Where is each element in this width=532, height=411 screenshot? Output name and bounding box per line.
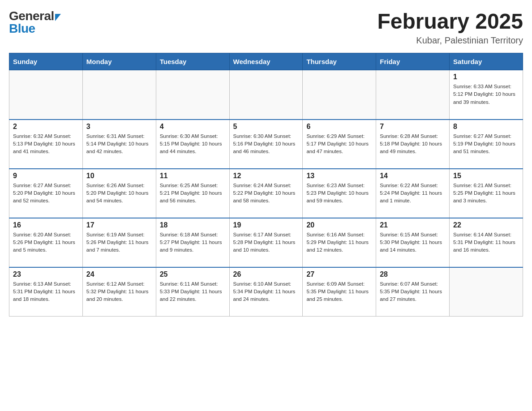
day-number: 9 <box>13 172 79 180</box>
calendar-cell: 8Sunrise: 6:27 AM Sunset: 5:19 PM Daylig… <box>450 120 523 169</box>
calendar-week-row: 16Sunrise: 6:20 AM Sunset: 5:26 PM Dayli… <box>9 218 523 267</box>
calendar-cell: 21Sunrise: 6:15 AM Sunset: 5:30 PM Dayli… <box>376 218 450 267</box>
day-info: Sunrise: 6:24 AM Sunset: 5:22 PM Dayligh… <box>233 182 299 205</box>
day-number: 27 <box>306 270 372 278</box>
calendar-cell: 14Sunrise: 6:22 AM Sunset: 5:24 PM Dayli… <box>376 169 450 218</box>
calendar-cell <box>303 70 376 120</box>
calendar-cell <box>450 267 523 317</box>
calendar-cell: 2Sunrise: 6:32 AM Sunset: 5:13 PM Daylig… <box>9 120 83 169</box>
calendar-cell: 22Sunrise: 6:14 AM Sunset: 5:31 PM Dayli… <box>450 218 523 267</box>
logo-triangle-icon <box>55 14 61 21</box>
calendar-cell: 4Sunrise: 6:30 AM Sunset: 5:15 PM Daylig… <box>156 120 229 169</box>
logo: General Blue <box>9 9 61 36</box>
day-number: 20 <box>306 221 372 229</box>
day-info: Sunrise: 6:20 AM Sunset: 5:26 PM Dayligh… <box>13 231 79 254</box>
calendar-cell: 24Sunrise: 6:12 AM Sunset: 5:32 PM Dayli… <box>82 267 156 317</box>
weekday-header-wednesday: Wednesday <box>229 53 303 70</box>
weekday-header-friday: Friday <box>376 53 450 70</box>
calendar-cell: 27Sunrise: 6:09 AM Sunset: 5:35 PM Dayli… <box>303 267 376 317</box>
day-number: 17 <box>86 221 152 229</box>
calendar-week-row: 9Sunrise: 6:27 AM Sunset: 5:20 PM Daylig… <box>9 169 523 218</box>
day-info: Sunrise: 6:27 AM Sunset: 5:19 PM Dayligh… <box>453 133 519 156</box>
day-number: 26 <box>233 270 299 278</box>
calendar-cell: 19Sunrise: 6:17 AM Sunset: 5:28 PM Dayli… <box>229 218 303 267</box>
day-info: Sunrise: 6:29 AM Sunset: 5:17 PM Dayligh… <box>306 133 372 156</box>
day-number: 11 <box>160 172 226 180</box>
calendar-week-row: 1Sunrise: 6:33 AM Sunset: 5:12 PM Daylig… <box>9 70 523 120</box>
day-info: Sunrise: 6:25 AM Sunset: 5:21 PM Dayligh… <box>160 182 226 205</box>
day-info: Sunrise: 6:23 AM Sunset: 5:23 PM Dayligh… <box>306 182 372 205</box>
day-number: 16 <box>13 221 79 229</box>
logo-blue-text: Blue <box>9 21 35 36</box>
day-number: 14 <box>380 172 446 180</box>
calendar-cell: 12Sunrise: 6:24 AM Sunset: 5:22 PM Dayli… <box>229 169 303 218</box>
page-header: General Blue February 2025 Kubar, Palest… <box>9 9 523 46</box>
calendar-cell: 15Sunrise: 6:21 AM Sunset: 5:25 PM Dayli… <box>450 169 523 218</box>
weekday-header-sunday: Sunday <box>9 53 83 70</box>
calendar-cell <box>156 70 229 120</box>
day-info: Sunrise: 6:10 AM Sunset: 5:34 PM Dayligh… <box>233 280 299 304</box>
calendar-week-row: 2Sunrise: 6:32 AM Sunset: 5:13 PM Daylig… <box>9 120 523 169</box>
day-number: 23 <box>13 270 79 278</box>
day-number: 25 <box>160 270 226 278</box>
calendar-cell: 6Sunrise: 6:29 AM Sunset: 5:17 PM Daylig… <box>303 120 376 169</box>
calendar-week-row: 23Sunrise: 6:13 AM Sunset: 5:31 PM Dayli… <box>9 267 523 317</box>
calendar-cell <box>82 70 156 120</box>
calendar-cell: 28Sunrise: 6:07 AM Sunset: 5:35 PM Dayli… <box>376 267 450 317</box>
day-info: Sunrise: 6:22 AM Sunset: 5:24 PM Dayligh… <box>380 182 446 205</box>
calendar-cell: 7Sunrise: 6:28 AM Sunset: 5:18 PM Daylig… <box>376 120 450 169</box>
weekday-header-thursday: Thursday <box>303 53 376 70</box>
day-info: Sunrise: 6:15 AM Sunset: 5:30 PM Dayligh… <box>380 231 446 254</box>
day-info: Sunrise: 6:21 AM Sunset: 5:25 PM Dayligh… <box>453 182 519 205</box>
day-number: 3 <box>86 123 152 131</box>
day-number: 22 <box>453 221 519 229</box>
calendar-cell: 9Sunrise: 6:27 AM Sunset: 5:20 PM Daylig… <box>9 169 83 218</box>
weekday-header-saturday: Saturday <box>450 53 523 70</box>
day-info: Sunrise: 6:26 AM Sunset: 5:20 PM Dayligh… <box>86 182 152 205</box>
day-number: 24 <box>86 270 152 278</box>
day-number: 19 <box>233 221 299 229</box>
day-info: Sunrise: 6:19 AM Sunset: 5:26 PM Dayligh… <box>86 231 152 254</box>
calendar-cell: 13Sunrise: 6:23 AM Sunset: 5:23 PM Dayli… <box>303 169 376 218</box>
day-info: Sunrise: 6:09 AM Sunset: 5:35 PM Dayligh… <box>306 280 372 304</box>
calendar-cell: 3Sunrise: 6:31 AM Sunset: 5:14 PM Daylig… <box>82 120 156 169</box>
day-info: Sunrise: 6:07 AM Sunset: 5:35 PM Dayligh… <box>380 280 446 304</box>
title-section: February 2025 Kubar, Palestinian Territo… <box>377 9 523 46</box>
day-number: 6 <box>306 123 372 131</box>
day-number: 12 <box>233 172 299 180</box>
day-info: Sunrise: 6:16 AM Sunset: 5:29 PM Dayligh… <box>306 231 372 254</box>
day-info: Sunrise: 6:12 AM Sunset: 5:32 PM Dayligh… <box>86 280 152 304</box>
day-number: 15 <box>453 172 519 180</box>
calendar-cell: 1Sunrise: 6:33 AM Sunset: 5:12 PM Daylig… <box>450 70 523 120</box>
calendar-cell: 11Sunrise: 6:25 AM Sunset: 5:21 PM Dayli… <box>156 169 229 218</box>
day-info: Sunrise: 6:17 AM Sunset: 5:28 PM Dayligh… <box>233 231 299 254</box>
day-info: Sunrise: 6:11 AM Sunset: 5:33 PM Dayligh… <box>160 280 226 304</box>
calendar-cell: 5Sunrise: 6:30 AM Sunset: 5:16 PM Daylig… <box>229 120 303 169</box>
day-number: 5 <box>233 123 299 131</box>
day-number: 18 <box>160 221 226 229</box>
day-number: 13 <box>306 172 372 180</box>
day-number: 8 <box>453 123 519 131</box>
calendar-subtitle: Kubar, Palestinian Territory <box>377 35 523 46</box>
day-number: 4 <box>160 123 226 131</box>
weekday-header-tuesday: Tuesday <box>156 53 229 70</box>
day-number: 28 <box>380 270 446 278</box>
day-number: 1 <box>453 73 519 81</box>
calendar-cell <box>9 70 83 120</box>
day-info: Sunrise: 6:27 AM Sunset: 5:20 PM Dayligh… <box>13 182 79 205</box>
day-info: Sunrise: 6:18 AM Sunset: 5:27 PM Dayligh… <box>160 231 226 254</box>
weekday-header-row: SundayMondayTuesdayWednesdayThursdayFrid… <box>9 53 523 70</box>
day-info: Sunrise: 6:33 AM Sunset: 5:12 PM Dayligh… <box>453 83 519 106</box>
day-info: Sunrise: 6:28 AM Sunset: 5:18 PM Dayligh… <box>380 133 446 156</box>
calendar-cell: 16Sunrise: 6:20 AM Sunset: 5:26 PM Dayli… <box>9 218 83 267</box>
calendar-cell: 10Sunrise: 6:26 AM Sunset: 5:20 PM Dayli… <box>82 169 156 218</box>
day-number: 10 <box>86 172 152 180</box>
calendar-cell: 18Sunrise: 6:18 AM Sunset: 5:27 PM Dayli… <box>156 218 229 267</box>
calendar-cell: 20Sunrise: 6:16 AM Sunset: 5:29 PM Dayli… <box>303 218 376 267</box>
calendar-title: February 2025 <box>377 9 523 34</box>
weekday-header-monday: Monday <box>82 53 156 70</box>
day-info: Sunrise: 6:13 AM Sunset: 5:31 PM Dayligh… <box>13 280 79 304</box>
day-info: Sunrise: 6:30 AM Sunset: 5:16 PM Dayligh… <box>233 133 299 156</box>
calendar-cell: 25Sunrise: 6:11 AM Sunset: 5:33 PM Dayli… <box>156 267 229 317</box>
calendar-cell <box>229 70 303 120</box>
